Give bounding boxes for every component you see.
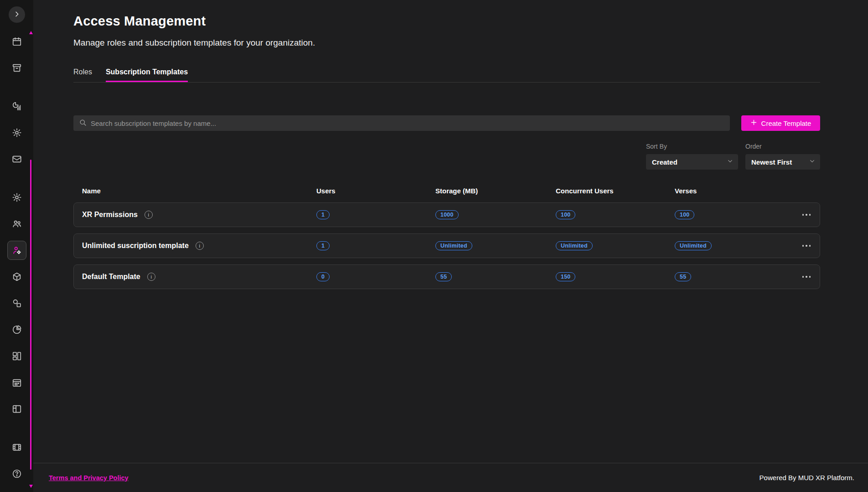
column-header-verses: Verses bbox=[675, 187, 784, 195]
order-select[interactable]: Newest First bbox=[745, 154, 820, 170]
tab-bar: Roles Subscription Templates bbox=[73, 68, 820, 83]
sidebar-item-analytics[interactable] bbox=[7, 97, 26, 116]
sidebar-icon-list bbox=[7, 32, 26, 491]
archive-icon bbox=[12, 63, 22, 73]
create-template-button[interactable]: Create Template bbox=[741, 115, 820, 131]
template-name: Unlimited suscription template bbox=[82, 242, 189, 250]
verses-badge: 100 bbox=[675, 210, 694, 219]
table-row: Default Template i 0 55 150 55 bbox=[73, 264, 820, 289]
toolbar: Create Template bbox=[73, 115, 820, 131]
sidebar-item-layout-grid[interactable] bbox=[7, 347, 26, 366]
sidebar-item-roles-permissions[interactable] bbox=[7, 241, 26, 260]
mail-icon bbox=[12, 154, 22, 164]
gear-icon bbox=[12, 128, 22, 138]
sort-by-select[interactable]: Created bbox=[646, 154, 738, 170]
gear-icon bbox=[12, 192, 22, 202]
order-label: Order bbox=[745, 143, 820, 150]
sidebar-item-film[interactable] bbox=[7, 438, 26, 457]
chevron-right-icon bbox=[13, 10, 21, 19]
search-icon bbox=[79, 119, 87, 128]
calendar-icon bbox=[12, 36, 22, 47]
footer: Terms and Privacy Policy Powered By MUD … bbox=[33, 463, 868, 492]
sidebar-item-cube[interactable] bbox=[7, 267, 26, 286]
powered-by-text: Powered By MUD XR Platform. bbox=[760, 474, 854, 482]
sort-by-value: Created bbox=[652, 158, 677, 166]
info-icon[interactable]: i bbox=[145, 211, 153, 219]
page-subtitle: Manage roles and subscription templates … bbox=[73, 38, 820, 48]
table-row: Unlimited suscription template i 1 Unlim… bbox=[73, 233, 820, 258]
scrollbar-thumb[interactable] bbox=[30, 160, 31, 470]
panel-layout-icon bbox=[12, 404, 22, 414]
layout-grid-icon bbox=[12, 351, 22, 361]
users-badge: 0 bbox=[316, 272, 330, 281]
row-actions-button[interactable] bbox=[801, 211, 812, 218]
cube-icon bbox=[12, 272, 22, 282]
concurrent-users-badge: Unlimited bbox=[556, 241, 593, 250]
column-header-name: Name bbox=[82, 187, 316, 195]
sidebar-item-panel[interactable] bbox=[7, 399, 26, 419]
info-icon[interactable]: i bbox=[147, 273, 155, 281]
sidebar-item-users[interactable] bbox=[7, 214, 26, 233]
search-box[interactable] bbox=[73, 115, 730, 131]
table-body: XR Permissions i 1 1000 100 100 Unlimite… bbox=[73, 202, 820, 289]
page-title: Access Management bbox=[73, 14, 820, 29]
help-icon bbox=[12, 469, 22, 479]
concurrent-users-badge: 100 bbox=[556, 210, 575, 219]
sidebar-expand-button[interactable] bbox=[9, 6, 25, 23]
template-name: Default Template bbox=[82, 273, 140, 281]
roles-permissions-icon bbox=[12, 245, 22, 255]
tab-roles[interactable]: Roles bbox=[73, 68, 92, 82]
sidebar-item-help[interactable] bbox=[7, 464, 26, 483]
row-actions-button[interactable] bbox=[801, 273, 812, 280]
sidebar-item-shapes[interactable] bbox=[7, 294, 26, 313]
chevron-down-icon bbox=[720, 158, 734, 166]
verses-badge: Unlimited bbox=[675, 241, 712, 250]
row-actions-button[interactable] bbox=[801, 242, 812, 249]
storage-badge: 55 bbox=[435, 272, 452, 281]
concurrent-users-badge: 150 bbox=[556, 272, 575, 281]
column-header-storage: Storage (MB) bbox=[435, 187, 556, 195]
sidebar-scrollbar[interactable] bbox=[29, 31, 33, 488]
sidebar-item-mail[interactable] bbox=[7, 150, 26, 169]
scrollbar-up-arrow[interactable] bbox=[29, 31, 33, 34]
calendar-dots-icon bbox=[12, 378, 22, 388]
shapes-icon bbox=[12, 298, 22, 308]
chevron-down-icon bbox=[802, 158, 816, 166]
users-icon bbox=[12, 219, 22, 229]
sidebar-item-calendar-dots[interactable] bbox=[7, 373, 26, 392]
main-content: Access Management Manage roles and subsc… bbox=[33, 0, 868, 492]
pie-chart-icon bbox=[12, 325, 22, 335]
scrollbar-down-arrow[interactable] bbox=[29, 485, 33, 488]
sidebar-item-pie-chart[interactable] bbox=[7, 320, 26, 339]
tab-subscription-templates[interactable]: Subscription Templates bbox=[106, 68, 188, 82]
storage-badge: Unlimited bbox=[435, 241, 472, 250]
storage-badge: 1000 bbox=[435, 210, 459, 219]
plus-icon bbox=[750, 119, 757, 127]
info-icon[interactable]: i bbox=[196, 242, 204, 250]
users-badge: 1 bbox=[316, 241, 330, 250]
create-template-label: Create Template bbox=[761, 119, 811, 127]
terms-privacy-link[interactable]: Terms and Privacy Policy bbox=[49, 474, 129, 482]
sort-by-label: Sort By bbox=[646, 143, 738, 150]
sort-by-group: Sort By Created bbox=[646, 143, 738, 170]
analytics-icon bbox=[12, 101, 22, 111]
sidebar bbox=[0, 0, 33, 492]
order-group: Order Newest First bbox=[745, 143, 820, 170]
column-header-users: Users bbox=[316, 187, 435, 195]
order-value: Newest First bbox=[751, 158, 792, 166]
sidebar-item-calendar[interactable] bbox=[7, 32, 26, 51]
sidebar-item-archive[interactable] bbox=[7, 58, 26, 78]
filters: Sort By Created Order Newest First bbox=[73, 143, 820, 170]
verses-badge: 55 bbox=[675, 272, 691, 281]
sidebar-item-settings-alt[interactable] bbox=[7, 188, 26, 207]
film-icon bbox=[12, 442, 22, 452]
table-header: Name Users Storage (MB) Concurrent Users… bbox=[73, 187, 820, 195]
search-input[interactable] bbox=[91, 119, 724, 127]
template-name: XR Permissions bbox=[82, 211, 138, 219]
table-row: XR Permissions i 1 1000 100 100 bbox=[73, 202, 820, 227]
sidebar-item-settings[interactable] bbox=[7, 123, 26, 142]
column-header-concurrent-users: Concurrent Users bbox=[556, 187, 675, 195]
users-badge: 1 bbox=[316, 210, 330, 219]
